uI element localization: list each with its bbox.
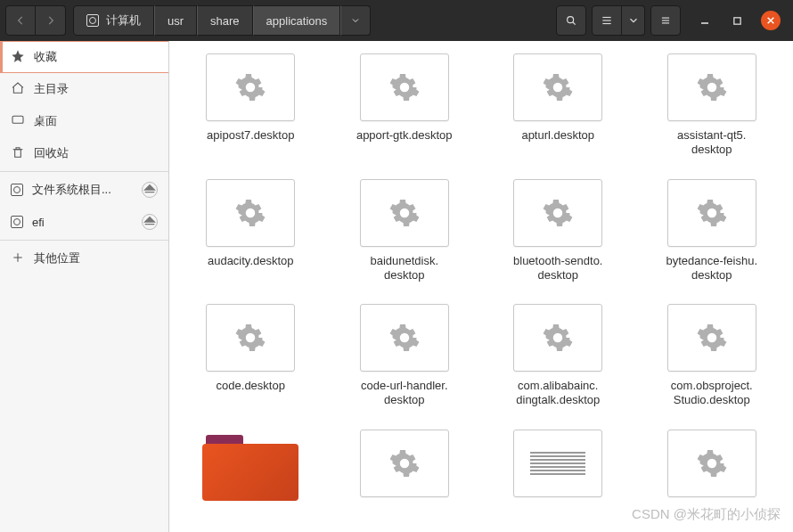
sidebar-item-home[interactable]: 主目录 (0, 73, 168, 105)
gear-icon (388, 197, 421, 229)
file-label: bluetooth-sendto. desktop (513, 254, 602, 283)
sidebar-separator (0, 240, 168, 241)
file-item[interactable]: code.desktop (178, 304, 323, 408)
file-thumbnail (206, 53, 295, 121)
gear-icon (388, 322, 421, 354)
minimize-button[interactable] (697, 12, 713, 29)
file-item[interactable]: assistant-qt5. desktop (640, 53, 785, 158)
file-item[interactable]: com.obsproject. Studio.desktop (640, 304, 785, 408)
file-item[interactable]: code-url-handler. desktop (332, 304, 478, 408)
disk-icon (11, 216, 23, 228)
path-bar: 计算机 usr share applications (73, 5, 371, 36)
disk-icon (86, 14, 99, 27)
file-label: apipost7.desktop (207, 128, 294, 143)
file-item[interactable]: bluetooth-sendto. desktop (486, 179, 631, 283)
sidebar-item-desktop[interactable]: 桌面 (0, 105, 168, 137)
sidebar-item-label: 文件系统根目... (32, 182, 111, 198)
path-seg-usr[interactable]: usr (154, 5, 197, 36)
path-seg-share[interactable]: share (197, 5, 253, 36)
file-thumbnail (513, 53, 602, 121)
file-thumbnail (513, 304, 602, 372)
gear-icon (542, 197, 574, 229)
close-button[interactable] (761, 11, 781, 30)
file-item[interactable]: com.alibabainc. dingtalk.desktop (486, 304, 631, 408)
file-label: apturl.desktop (521, 128, 594, 143)
path-root-label: 计算机 (106, 12, 141, 29)
file-thumbnail (667, 53, 756, 121)
view-list-button[interactable] (592, 5, 622, 36)
sidebar-separator (0, 171, 168, 172)
svg-rect-12 (12, 116, 23, 123)
file-label: com.alibabainc. dingtalk.desktop (516, 379, 600, 408)
file-label: audacity.desktop (208, 254, 294, 268)
sidebar-mount-rootfs[interactable]: 文件系统根目... (0, 174, 168, 206)
search-button[interactable] (556, 5, 586, 36)
file-thumbnail (513, 179, 602, 247)
file-label: code.desktop (217, 379, 285, 393)
gear-icon (696, 71, 728, 103)
file-label: baidunetdisk. desktop (370, 254, 438, 283)
file-item[interactable]: audacity.desktop (178, 179, 323, 283)
forward-button[interactable] (36, 5, 66, 36)
window-controls (697, 11, 781, 30)
sidebar-item-favorites[interactable]: 收藏 (0, 41, 168, 73)
gear-icon (542, 71, 574, 103)
file-item[interactable] (332, 430, 478, 508)
file-thumbnail (360, 53, 449, 121)
home-icon (11, 81, 25, 98)
star-icon (11, 49, 25, 66)
file-item[interactable]: apipost7.desktop (178, 53, 323, 158)
sidebar-item-label: 回收站 (34, 145, 69, 161)
gear-icon (234, 71, 266, 103)
titlebar: 计算机 usr share applications (0, 0, 793, 41)
view-dropdown-button[interactable] (622, 5, 645, 36)
sidebar-item-other-locations[interactable]: 其他位置 (0, 242, 168, 274)
sidebar-item-label: 收藏 (34, 49, 57, 65)
svg-rect-9 (733, 17, 740, 23)
file-item[interactable]: bytedance-feishu. desktop (640, 179, 785, 283)
gear-icon (696, 197, 728, 229)
file-thumbnail (360, 304, 449, 372)
sidebar-item-trash[interactable]: 回收站 (0, 137, 168, 169)
hamburger-menu-button[interactable] (650, 5, 681, 36)
text-file-icon (513, 430, 602, 497)
eject-button[interactable] (142, 214, 158, 230)
gear-icon (234, 322, 266, 354)
file-item[interactable]: apturl.desktop (486, 53, 631, 158)
sidebar-item-label: 主目录 (34, 81, 69, 97)
disk-icon (11, 184, 23, 196)
svg-point-0 (568, 17, 574, 23)
trash-icon (11, 145, 25, 162)
file-item[interactable] (178, 430, 323, 508)
path-overflow-button[interactable] (340, 5, 371, 36)
file-thumbnail (360, 430, 449, 497)
sidebar-item-label: 其他位置 (34, 250, 80, 266)
file-item[interactable] (486, 430, 631, 508)
file-item[interactable] (640, 430, 785, 508)
sidebar-item-label: efi (32, 216, 45, 229)
back-button[interactable] (5, 5, 36, 36)
gear-icon (542, 322, 574, 354)
maximize-button[interactable] (729, 12, 745, 29)
nav-back-forward (5, 5, 66, 36)
desktop-icon (11, 113, 25, 130)
sidebar-item-label: 桌面 (34, 113, 57, 129)
file-grid-area[interactable]: apipost7.desktopapport-gtk.desktopapturl… (169, 41, 793, 532)
gear-icon (696, 322, 728, 354)
file-thumbnail (667, 179, 756, 247)
file-item[interactable]: baidunetdisk. desktop (332, 179, 478, 283)
file-item[interactable]: apport-gtk.desktop (332, 53, 478, 158)
file-label: apport-gtk.desktop (356, 128, 453, 143)
gear-icon (388, 447, 421, 479)
gear-icon (388, 71, 421, 103)
file-thumbnail (206, 304, 295, 372)
sidebar: 收藏 主目录 桌面 回收站 文件系统根目... efi 其他位置 (0, 41, 169, 532)
eject-button[interactable] (142, 182, 158, 198)
path-root[interactable]: 计算机 (73, 5, 154, 36)
file-thumbnail (667, 304, 756, 372)
path-seg-applications[interactable]: applications (253, 5, 341, 36)
file-thumbnail (360, 179, 449, 247)
file-label: bytedance-feishu. desktop (666, 254, 757, 283)
sidebar-mount-efi[interactable]: efi (0, 206, 168, 238)
folder-icon (202, 430, 298, 501)
